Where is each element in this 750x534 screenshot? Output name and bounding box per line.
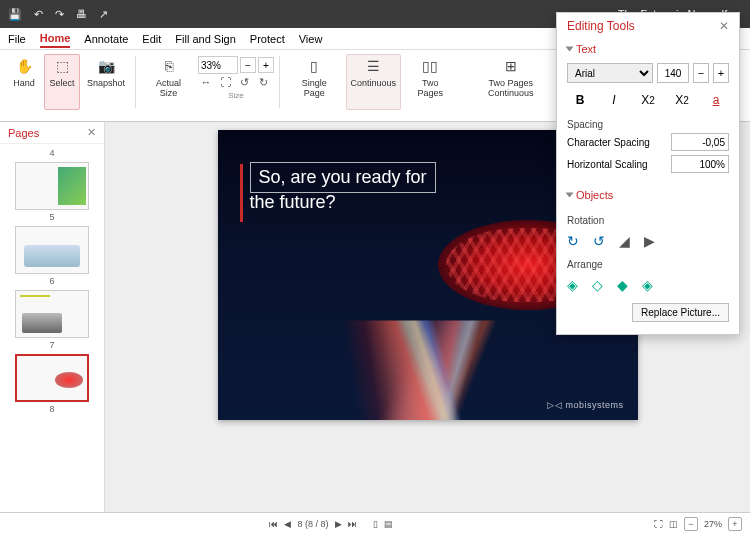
undo-icon[interactable]: ↶	[34, 8, 43, 21]
rotate-left-icon[interactable]: ↺	[593, 233, 605, 249]
char-spacing-label: Character Spacing	[567, 137, 650, 148]
font-size-input[interactable]	[657, 63, 689, 83]
page-thumbnail[interactable]: 4	[15, 148, 89, 158]
last-page-button[interactable]: ⏭	[348, 519, 357, 529]
flip-horizontal-icon[interactable]: ◢	[619, 233, 630, 249]
font-select[interactable]: Arial	[567, 63, 653, 83]
bold-button[interactable]: B	[567, 89, 593, 111]
page-indicator: 8 (8 / 8)	[297, 519, 328, 529]
editing-tools-panel[interactable]: Editing Tools✕ Text Arial − + B I X2 X2 …	[556, 12, 740, 335]
char-spacing-input[interactable]	[671, 133, 729, 151]
view-mode-icon[interactable]: ▤	[384, 519, 393, 529]
continuous-icon: ☰	[363, 57, 383, 77]
two-pages-icon: ▯▯	[420, 57, 440, 77]
zoom-out-button[interactable]: −	[240, 57, 256, 73]
menu-view[interactable]: View	[299, 31, 323, 47]
superscript-button[interactable]: X2	[669, 89, 695, 111]
statusbar: ⏮ ◀ 8 (8 / 8) ▶ ⏭ ▯ ▤ ⛶ ◫ − 27% +	[0, 512, 750, 534]
menu-protect[interactable]: Protect	[250, 31, 285, 47]
arrange-label: Arrange	[567, 259, 729, 270]
spacing-label: Spacing	[567, 119, 729, 130]
page-thumbnail[interactable]: 7	[15, 290, 89, 350]
zoom-in-button[interactable]: +	[728, 517, 742, 531]
zoom-input[interactable]	[198, 56, 238, 74]
hand-icon: ✋	[14, 57, 34, 77]
single-page-button[interactable]: ▯Single Page	[285, 54, 344, 110]
zoom-in-button[interactable]: +	[258, 57, 274, 73]
menu-annotate[interactable]: Annotate	[84, 31, 128, 47]
two-pages-button[interactable]: ▯▯Two Pages	[403, 54, 458, 110]
next-page-button[interactable]: ▶	[335, 519, 342, 529]
first-page-button[interactable]: ⏮	[269, 519, 278, 529]
fit-width-icon[interactable]: ↔	[198, 76, 214, 89]
page-thumbnail[interactable]: 5	[15, 162, 89, 222]
actual-size-button[interactable]: ⎘Actual Size	[141, 54, 196, 110]
pages-panel: Pages✕ 4 5 6 7 8	[0, 122, 105, 512]
cursor-icon: ⬚	[52, 57, 72, 77]
horiz-scaling-input[interactable]	[671, 155, 729, 173]
rotate-left-icon[interactable]: ↺	[236, 76, 252, 89]
pages-panel-title: Pages	[8, 127, 39, 139]
zoom-level: 27%	[704, 519, 722, 529]
replace-picture-button[interactable]: Replace Picture...	[632, 303, 729, 322]
rotate-right-icon[interactable]: ↻	[567, 233, 579, 249]
menu-edit[interactable]: Edit	[142, 31, 161, 47]
menu-file[interactable]: File	[8, 31, 26, 47]
select-tool[interactable]: ⬚Select	[44, 54, 80, 110]
bring-forward-icon[interactable]: ◇	[592, 277, 603, 293]
snapshot-tool[interactable]: 📷Snapshot	[82, 54, 130, 110]
share-icon[interactable]: ↗	[99, 8, 108, 21]
menu-home[interactable]: Home	[40, 30, 71, 48]
flip-vertical-icon[interactable]: ▶	[644, 233, 655, 249]
section-text[interactable]: Text	[557, 39, 739, 59]
two-pages-continuous-button[interactable]: ⊞Two Pages Continuous	[460, 54, 563, 110]
single-page-icon: ▯	[304, 57, 324, 77]
camera-icon: 📷	[96, 57, 116, 77]
menu-fill-and-sign[interactable]: Fill and Sign	[175, 31, 236, 47]
print-icon[interactable]: 🖶	[76, 8, 87, 21]
page-thumbnail[interactable]: 8	[15, 354, 89, 414]
page-text-line2: the future?	[250, 192, 336, 213]
two-pages-cont-icon: ⊞	[501, 57, 521, 77]
subscript-button[interactable]: X2	[635, 89, 661, 111]
horiz-scaling-label: Horizontal Scaling	[567, 159, 648, 170]
font-color-button[interactable]: a	[703, 89, 729, 111]
prev-page-button[interactable]: ◀	[284, 519, 291, 529]
bring-front-icon[interactable]: ◈	[567, 277, 578, 293]
send-back-icon[interactable]: ◈	[642, 277, 653, 293]
size-increase-button[interactable]: +	[713, 63, 729, 83]
section-objects[interactable]: Objects	[557, 185, 739, 205]
brand-watermark: ▷◁ mobisystems	[547, 400, 623, 410]
close-icon[interactable]: ✕	[87, 126, 96, 139]
italic-button[interactable]: I	[601, 89, 627, 111]
rotation-label: Rotation	[567, 215, 729, 226]
zoom-out-button[interactable]: −	[684, 517, 698, 531]
panel-title: Editing Tools	[567, 19, 635, 33]
close-icon[interactable]: ✕	[719, 19, 729, 33]
view-mode-icon[interactable]: ▯	[373, 519, 378, 529]
fit-page-icon[interactable]: ⛶	[217, 76, 233, 89]
save-icon[interactable]: 💾	[8, 8, 22, 21]
redo-icon[interactable]: ↷	[55, 8, 64, 21]
page-thumbnail[interactable]: 6	[15, 226, 89, 286]
rotate-right-icon[interactable]: ↻	[255, 76, 271, 89]
send-backward-icon[interactable]: ◆	[617, 277, 628, 293]
size-decrease-button[interactable]: −	[693, 63, 709, 83]
actual-size-icon: ⎘	[159, 57, 179, 77]
continuous-button[interactable]: ☰Continuous	[346, 54, 402, 110]
hand-tool[interactable]: ✋Hand	[6, 54, 42, 110]
layout-icon[interactable]: ◫	[669, 519, 678, 529]
fit-icon[interactable]: ⛶	[654, 519, 663, 529]
editing-text-box[interactable]: So, are you ready for	[250, 162, 436, 193]
